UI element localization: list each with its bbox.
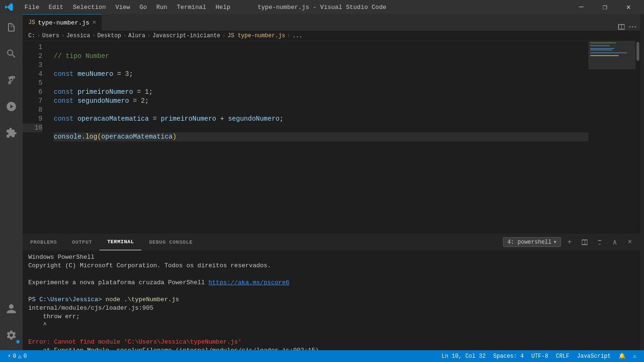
terminal-tab-bar: PROBLEMS OUTPUT TERMINAL DEBUG CONSOLE 4… (23, 234, 640, 250)
status-cursor[interactable]: Ln 10, Col 32 (438, 350, 489, 362)
new-terminal-button[interactable]: + (563, 236, 576, 249)
activity-extensions[interactable] (0, 122, 23, 144)
breadcrumb-js-iniciante[interactable]: Javascript-iniciante (152, 33, 220, 39)
files-icon (6, 22, 17, 33)
status-notifications[interactable]: 🔔 (615, 350, 629, 362)
activity-bottom: 1 (0, 297, 23, 350)
code-content[interactable]: // tipo Number const meuNumero = 3; cons… (46, 41, 588, 233)
window-controls: — ❐ ✕ (570, 0, 639, 14)
minimap-content (588, 41, 636, 58)
activity-bar: 1 (0, 14, 23, 350)
activity-search[interactable] (0, 42, 23, 65)
status-bar: ⚡ 0 △ 0 Ln 10, Col 32 Spaces: 4 UTF-8 CR… (0, 350, 644, 362)
line-5: const primeiroNumero = 1; (54, 88, 153, 96)
terminal-line-7: at Function.Module._resolveFilename (int… (28, 346, 635, 350)
spaces-label: Spaces: 4 (493, 353, 524, 360)
title-bar-left: File Edit Selection View Go Run Terminal… (5, 3, 234, 12)
tab-bar: JS type-number.js × (23, 14, 640, 31)
minimap (588, 41, 636, 233)
breadcrumb-desktop[interactable]: Desktop (97, 33, 121, 39)
code-editor[interactable]: 1 2 3 4 5 6 7 8 9 10 // tipo Number cons… (23, 41, 640, 233)
minimize-button[interactable]: — (570, 0, 592, 14)
split-terminal-icon (581, 239, 588, 246)
menu-view[interactable]: View (112, 3, 134, 12)
tab-js-icon: JS (28, 19, 35, 26)
close-panel-button[interactable]: × (623, 236, 636, 249)
title-bar: File Edit Selection View Go Run Terminal… (0, 0, 644, 14)
activity-account[interactable] (0, 297, 23, 320)
line-8: const operacaoMatematica = primeiroNumer… (54, 115, 283, 123)
status-errors[interactable]: ⚡ 0 △ 0 (4, 350, 31, 362)
tab-filename: type-number.js (38, 19, 89, 26)
tab-close-button[interactable]: × (92, 19, 96, 26)
source-control-icon (6, 74, 17, 86)
more-actions-icon[interactable] (629, 23, 636, 31)
menu-run[interactable]: Run (152, 3, 171, 12)
menu-terminal[interactable]: Terminal (173, 3, 210, 12)
extensions-icon (6, 127, 17, 139)
notification-icon: 🔔 (619, 353, 626, 360)
breadcrumb-ellipsis[interactable]: ... (292, 33, 303, 39)
error-icon: ⚡ (8, 353, 11, 360)
line-1: // tipo Number (54, 52, 109, 60)
editor-container: JS type-number.js × C: › Users › Jessica… (23, 14, 640, 350)
activity-run-debug[interactable] (0, 95, 23, 118)
terminal-line-4: internal/modules/cjs/loader.js:905 (28, 304, 635, 313)
svg-point-2 (635, 26, 636, 28)
kill-terminal-button[interactable] (593, 236, 606, 249)
trash-icon (596, 239, 603, 246)
breadcrumb-users[interactable]: Users (42, 33, 59, 39)
activity-source-control[interactable] (0, 69, 23, 91)
editor-tab[interactable]: JS type-number.js × (23, 14, 102, 31)
language-label: JavaScript (577, 353, 611, 360)
maximize-button[interactable]: ❐ (594, 0, 616, 14)
encoding-label: UTF-8 (531, 353, 548, 360)
scrollbar-thumb[interactable] (636, 42, 639, 61)
breadcrumb-file[interactable]: JS type-number.js (228, 33, 285, 39)
terminal-line-2: Copyright (C) Microsoft Corporation. Tod… (28, 262, 635, 270)
search-icon (6, 48, 17, 59)
account-icon (6, 303, 17, 314)
close-button[interactable]: ✕ (618, 0, 639, 14)
status-language[interactable]: JavaScript (573, 350, 615, 362)
status-spaces[interactable]: Spaces: 4 (489, 350, 528, 362)
menu-go[interactable]: Go (136, 3, 151, 12)
activity-explorer[interactable] (0, 16, 23, 39)
status-right: Ln 10, Col 32 Spaces: 4 UTF-8 CRLF JavaS… (438, 350, 640, 362)
terminal-line-1: Windows PowerShell (28, 253, 635, 262)
breadcrumb-c[interactable]: C: (28, 33, 35, 39)
menu-bar: File Edit Selection View Go Run Terminal… (21, 3, 234, 12)
scrollbar-track (636, 41, 640, 233)
tab-debug-console[interactable]: DEBUG CONSOLE (141, 234, 200, 250)
warning-icon: △ (18, 353, 21, 360)
menu-file[interactable]: File (21, 3, 43, 12)
tab-output[interactable]: OUTPUT (65, 234, 100, 250)
status-encoding[interactable]: UTF-8 (528, 350, 552, 362)
warning-status-icon: ⚠ (633, 353, 636, 360)
line-6: const segundoNumero = 2; (54, 97, 149, 105)
main-container: 1 JS type-number.js × C: (0, 14, 644, 350)
terminal-body[interactable]: Windows PowerShell Copyright (C) Microso… (23, 250, 640, 350)
line-10-content: console.log(operacaoMatematica) (54, 132, 588, 141)
window-title: type-number.js - Visual Studio Code (257, 4, 386, 11)
settings-icon (6, 329, 17, 341)
right-sidebar-resize[interactable] (640, 14, 644, 350)
maximize-panel-button[interactable]: ∧ (608, 236, 621, 249)
menu-selection[interactable]: Selection (69, 3, 109, 12)
breadcrumb-alura[interactable]: Alura (128, 33, 145, 39)
menu-edit[interactable]: Edit (45, 3, 67, 12)
pscore-url[interactable]: https://aka.ms/pscore6 (208, 279, 289, 286)
menu-help[interactable]: Help (212, 3, 234, 12)
terminal-error-line: Error: Cannot find module 'C:\Users\Jess… (28, 338, 635, 346)
status-warning[interactable]: ⚠ (629, 350, 640, 362)
tab-terminal[interactable]: TERMINAL (99, 234, 141, 250)
breadcrumb-jessica[interactable]: Jessica (66, 33, 90, 39)
shell-selector[interactable]: 4: powershell ▾ (503, 237, 561, 247)
terminal-line-3: Experimente a nova plataforma cruzada Po… (28, 279, 635, 287)
split-terminal-button[interactable] (578, 236, 591, 249)
svg-point-0 (629, 26, 631, 28)
activity-settings[interactable]: 1 (0, 324, 23, 346)
tab-problems[interactable]: PROBLEMS (23, 234, 65, 250)
status-line-ending[interactable]: CRLF (552, 350, 573, 362)
split-editor-icon[interactable] (618, 23, 625, 31)
